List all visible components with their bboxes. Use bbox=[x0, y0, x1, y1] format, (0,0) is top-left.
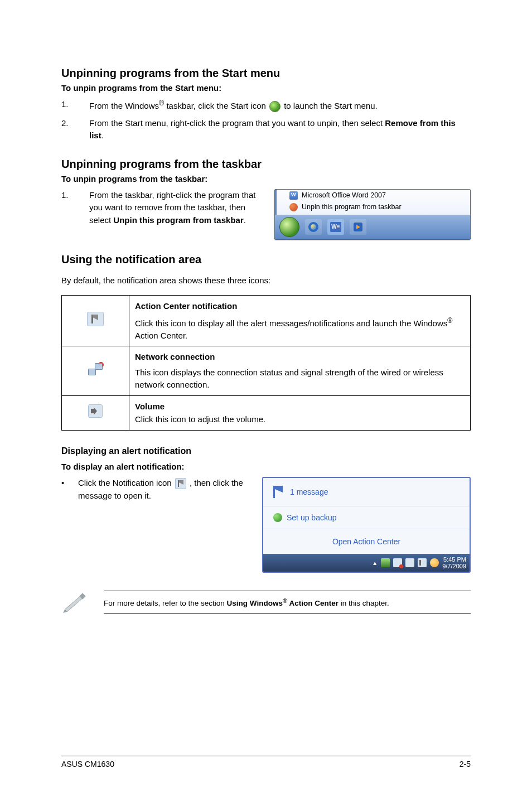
text: Click the Notification icon bbox=[78, 478, 174, 487]
footer-left: ASUS CM1630 bbox=[61, 760, 114, 769]
taskbar-ie-button[interactable] bbox=[305, 219, 322, 235]
table-row: Action Center notification Click this ic… bbox=[62, 296, 471, 346]
tray-icon[interactable] bbox=[430, 558, 439, 567]
text: taskbar, click the Start icon bbox=[164, 101, 268, 110]
note-pencil-icon bbox=[61, 591, 87, 613]
action-center-flag-icon bbox=[87, 312, 104, 326]
text: From the Windows bbox=[89, 101, 159, 110]
text: By default, the notification area shows … bbox=[61, 274, 471, 287]
setup-text: Set up backup bbox=[287, 513, 337, 522]
note-bold: Using Windows bbox=[227, 599, 283, 607]
jumplist-item-unpin[interactable]: Unpin this program from taskbar bbox=[275, 201, 470, 215]
heading-unpin-start: Unpinning programs from the Start menu bbox=[61, 67, 471, 80]
tray-date: 9/7/2009 bbox=[442, 563, 466, 569]
set-up-backup-link[interactable]: Set up backup bbox=[263, 506, 470, 529]
reg-mark: ® bbox=[159, 99, 164, 107]
cell-desc: Click this icon to display all the alert… bbox=[135, 318, 447, 328]
jumplist-item[interactable]: Microsoft Office Word 2007 bbox=[275, 190, 470, 201]
note-text: For more details, refer to the section bbox=[104, 599, 227, 607]
volume-icon bbox=[88, 404, 103, 418]
text-bold: Unpin this program from taskbar bbox=[113, 215, 243, 225]
jumplist-screenshot: Microsoft Office Word 2007 Unpin this pr… bbox=[274, 189, 471, 240]
action-center-popup: 1 message Set up backup Open Action Cent… bbox=[262, 477, 471, 573]
network-icon: × bbox=[88, 363, 103, 375]
tray-arrow-icon[interactable]: ▲ bbox=[372, 560, 378, 566]
text: . bbox=[101, 131, 104, 140]
cell-title: Action Center notification bbox=[135, 300, 465, 312]
text: to launch the Start menu. bbox=[284, 101, 378, 110]
taskbar-word-button[interactable]: W≡ bbox=[327, 219, 344, 235]
subhead-unpin-taskbar: To unpin programs from the taskbar: bbox=[61, 174, 471, 183]
tray-network-icon[interactable] bbox=[393, 558, 402, 567]
start-orb-icon bbox=[269, 101, 280, 112]
heading-alert: Displaying an alert notification bbox=[61, 446, 471, 456]
jumplist-text: Unpin this program from taskbar bbox=[302, 203, 402, 211]
note-bold: Action Center bbox=[287, 599, 338, 607]
reg-mark: ® bbox=[447, 317, 452, 325]
text: From the Start menu, right-click the pro… bbox=[89, 118, 385, 128]
system-tray: ▲ 5:45 PM 9/7/2009 bbox=[263, 554, 470, 572]
cell-title: Volume bbox=[135, 400, 465, 413]
subhead-alert: To display an alert notification: bbox=[61, 462, 471, 471]
cell-title: Network connection bbox=[135, 351, 465, 363]
taskbar-media-button[interactable] bbox=[350, 219, 366, 235]
unpin-icon bbox=[289, 203, 298, 211]
messages-row[interactable]: 1 message bbox=[263, 478, 470, 506]
cell-desc: Click this icon to adjust the volume. bbox=[135, 414, 265, 424]
subhead-unpin-start: To unpin programs from the Start menu: bbox=[61, 83, 471, 93]
footer-right: 2-5 bbox=[460, 760, 471, 769]
table-row: × Network connection This icon displays … bbox=[62, 346, 471, 395]
heading-unpin-taskbar: Unpinning programs from the taskbar bbox=[61, 158, 471, 171]
text: . bbox=[244, 215, 246, 225]
tray-clock[interactable]: 5:45 PM 9/7/2009 bbox=[442, 556, 466, 569]
tray-volume-icon[interactable] bbox=[405, 558, 414, 567]
notification-icons-table: Action Center notification Click this ic… bbox=[61, 295, 471, 431]
step-number: 1. bbox=[61, 98, 89, 113]
messages-text: 1 message bbox=[290, 487, 328, 496]
start-button[interactable] bbox=[279, 217, 299, 237]
flag-icon bbox=[273, 486, 284, 498]
note-text: in this chapter. bbox=[338, 599, 389, 607]
table-row: Volume Click this icon to adjust the vol… bbox=[62, 395, 471, 431]
word-icon bbox=[289, 191, 298, 200]
backup-icon bbox=[273, 513, 282, 522]
heading-notif-area: Using the notification area bbox=[61, 253, 471, 266]
bullet: • bbox=[61, 477, 78, 502]
step-number: 1. bbox=[61, 189, 89, 227]
step-number: 2. bbox=[61, 117, 89, 142]
tray-icon[interactable] bbox=[381, 558, 390, 567]
cell-desc: Action Center. bbox=[135, 331, 187, 340]
open-text: Open Action Center bbox=[332, 537, 400, 546]
tray-flag-icon[interactable] bbox=[418, 558, 427, 567]
cell-desc: This icon displays the connection status… bbox=[135, 368, 443, 389]
taskbar: W≡ bbox=[275, 215, 470, 239]
tray-time: 5:45 PM bbox=[442, 556, 466, 563]
open-action-center-link[interactable]: Open Action Center bbox=[263, 529, 470, 554]
jumplist-text: Microsoft Office Word 2007 bbox=[302, 191, 386, 199]
notification-flag-icon bbox=[175, 478, 186, 489]
